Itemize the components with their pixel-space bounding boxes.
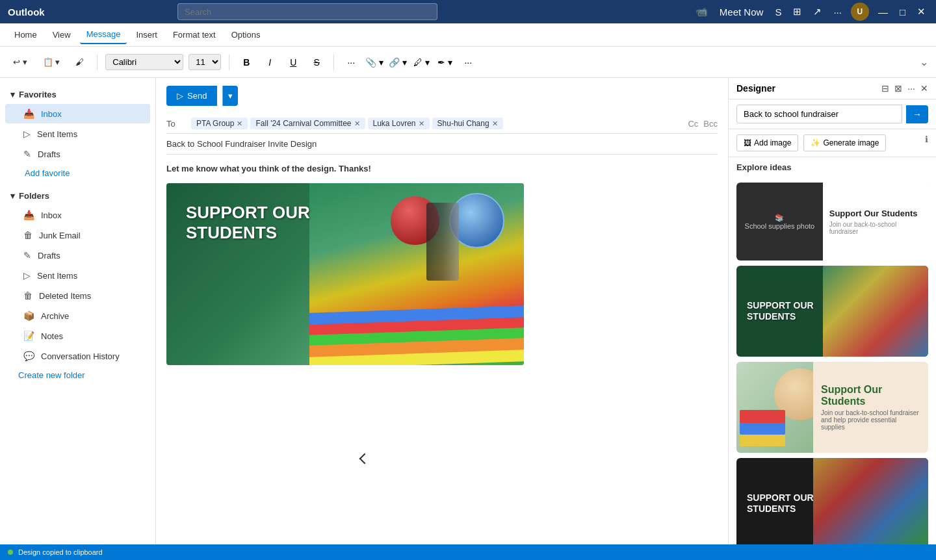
sidebar-item-drafts[interactable]: ✎ Drafts [5, 246, 150, 265]
title-bar-actions: 📹 Meet Now S ⊞ ↗ ··· U — □ ✕ [693, 3, 928, 21]
close-designer-icon[interactable]: ✕ [920, 83, 928, 94]
junk-icon: 🗑 [23, 230, 32, 240]
notes-icon: 📝 [23, 331, 34, 341]
create-folder-button[interactable]: Create new folder [0, 366, 155, 384]
share-icon[interactable]: ↗ [811, 3, 824, 20]
menu-view[interactable]: View [46, 26, 77, 44]
info-icon[interactable]: ℹ [925, 134, 928, 151]
signature-button[interactable]: ✒ ▾ [436, 53, 454, 71]
recipient-name: Shu-hui Chang [437, 119, 489, 128]
designer-actions: 🖼 Add image ✨ Generate image ℹ [729, 129, 936, 157]
sidebar-item-deleted[interactable]: 🗑 Deleted Items [5, 286, 150, 305]
close-window-icon[interactable]: ✕ [915, 3, 928, 20]
designer-header: Designer ⊟ ⊠ ··· ✕ [729, 78, 936, 99]
to-row: To PTA Group ✕ Fall '24 Carnival Committ… [166, 114, 718, 134]
design-card-3[interactable]: Support Our Students Join our back-to-sc… [736, 362, 928, 453]
pencil-cup [426, 203, 459, 281]
design-card-1[interactable]: 📚School supplies photo Support Our Stude… [736, 183, 928, 261]
remove-shu-hui-icon[interactable]: ✕ [492, 120, 498, 128]
sidebar-item-archive[interactable]: 📦 Archive [5, 306, 150, 325]
folders-header[interactable]: ▾ Folders [0, 187, 155, 205]
sidebar-item-inbox-favorite[interactable]: 📥 Inbox [5, 104, 150, 123]
recipient-pta-group[interactable]: PTA Group ✕ [191, 118, 248, 129]
books-decoration [309, 300, 524, 365]
sidebar-item-notes[interactable]: 📝 Notes [5, 326, 150, 346]
clipboard-button[interactable]: 📋 ▾ [38, 55, 66, 70]
maximize-icon[interactable]: □ [897, 4, 908, 20]
deleted-icon: 🗑 [23, 290, 32, 301]
remove-luka-icon[interactable]: ✕ [419, 120, 424, 128]
favorites-header[interactable]: ▾ Favorites [0, 86, 155, 103]
minimize-icon[interactable]: — [876, 4, 890, 20]
menu-home[interactable]: Home [8, 26, 44, 44]
designer-header-icons: ⊟ ⊠ ··· ✕ [881, 83, 928, 94]
sidebar-item-drafts-favorite[interactable]: ✎ Drafts [5, 144, 150, 164]
avatar[interactable]: U [851, 3, 869, 21]
status-message: Design copied to clipboard [18, 548, 103, 556]
undo-button[interactable]: ↩ ▾ [8, 55, 32, 70]
recipient-name: Luka Lovren [373, 119, 416, 128]
recipient-shu-hui[interactable]: Shu-hui Chang ✕ [432, 118, 503, 129]
sent-folder-icon: ▷ [23, 270, 31, 281]
format-toolbar: ↩ ▾ 📋 ▾ 🖌 Calibri 11 B I U S ··· 📎 ▾ 🔗 ▾… [0, 47, 936, 78]
sidebar-item-sent-favorite[interactable]: ▷ Sent Items [5, 124, 150, 144]
format-painter-button[interactable]: 🖌 [70, 55, 89, 70]
more-format-button[interactable]: ··· [342, 53, 360, 71]
font-family-selector[interactable]: Calibri [105, 54, 183, 70]
attachment-button[interactable]: 📎 ▾ [365, 53, 384, 71]
email-body[interactable]: Let me know what you think of the design… [166, 155, 718, 537]
recipients-list: PTA Group ✕ Fall '24 Carnival Committee … [191, 118, 682, 129]
add-image-button[interactable]: 🖼 Add image [736, 134, 798, 151]
recipient-carnival[interactable]: Fall '24 Carnival Committee ✕ [250, 118, 365, 129]
strikethrough-button[interactable]: S [307, 53, 326, 71]
image-text: SUPPORT OUR STUDENTS [186, 203, 310, 243]
link-button[interactable]: 🔗 ▾ [389, 53, 407, 71]
design-card-4[interactable]: SUPPORT OUR STUDENTS [736, 458, 928, 544]
conversation-icon: 💬 [23, 351, 34, 361]
underline-button[interactable]: U [284, 53, 302, 71]
office-icon[interactable]: ⊞ [790, 3, 804, 20]
expand-toolbar-button[interactable]: ⌄ [920, 56, 928, 68]
meet-now-label[interactable]: Meet Now [717, 4, 766, 20]
skype-icon[interactable]: S [772, 4, 784, 20]
menu-options[interactable]: Options [225, 26, 267, 44]
highlight-button[interactable]: 🖊 ▾ [412, 53, 430, 71]
menu-format-text[interactable]: Format text [166, 26, 222, 44]
subject-input[interactable] [166, 139, 718, 149]
design-card-2[interactable]: SUPPORT OUR STUDENTS [736, 266, 928, 357]
bold-button[interactable]: B [237, 53, 255, 71]
dock-icon[interactable]: ⊠ [894, 83, 902, 94]
recipient-luka[interactable]: Luka Lovren ✕ [368, 118, 430, 129]
sidebar-item-conversation-history[interactable]: 💬 Conversation History [5, 346, 150, 366]
cc-button[interactable]: Cc [688, 119, 698, 129]
designer-search-button[interactable]: → [906, 105, 928, 123]
more-designer-icon[interactable]: ··· [907, 83, 915, 94]
sidebar-item-junk[interactable]: 🗑 Junk Email [5, 225, 150, 245]
generate-image-button[interactable]: ✨ Generate image [803, 134, 886, 151]
designer-search-input[interactable] [736, 105, 902, 123]
image-right-section [309, 183, 524, 365]
font-size-selector[interactable]: 11 [188, 54, 221, 70]
italic-button[interactable]: I [261, 53, 279, 71]
bcc-button[interactable]: Bcc [703, 119, 718, 129]
main-layout: ▾ Favorites 📥 Inbox ▷ Sent Items ✎ Draft… [0, 78, 936, 544]
pin-icon[interactable]: ⊟ [881, 83, 889, 94]
remove-carnival-icon[interactable]: ✕ [354, 120, 360, 128]
sidebar-item-sent[interactable]: ▷ Sent Items [5, 266, 150, 285]
menu-message[interactable]: Message [80, 25, 127, 44]
menu-insert[interactable]: Insert [129, 26, 164, 44]
explore-ideas-label: Explore ideas [729, 157, 936, 177]
more-icon[interactable]: ··· [831, 4, 844, 20]
more-options-button[interactable]: ··· [459, 53, 477, 71]
add-favorite-button[interactable]: Add favorite [0, 164, 155, 182]
design-card-4-bg [813, 458, 928, 544]
remove-pta-icon[interactable]: ✕ [237, 120, 242, 128]
send-dropdown-button[interactable]: ▾ [222, 86, 238, 106]
send-button[interactable]: ▷ Send [166, 86, 217, 106]
email-design-image[interactable]: SUPPORT OUR STUDENTS [166, 183, 524, 365]
global-search-input[interactable] [177, 3, 437, 20]
designer-panel: Designer ⊟ ⊠ ··· ✕ → 🖼 Add image ✨ Gener… [728, 78, 936, 544]
sidebar-item-inbox[interactable]: 📥 Inbox [5, 205, 150, 225]
inbox-folder-icon: 📥 [23, 210, 34, 220]
video-icon[interactable]: 📹 [693, 3, 710, 20]
